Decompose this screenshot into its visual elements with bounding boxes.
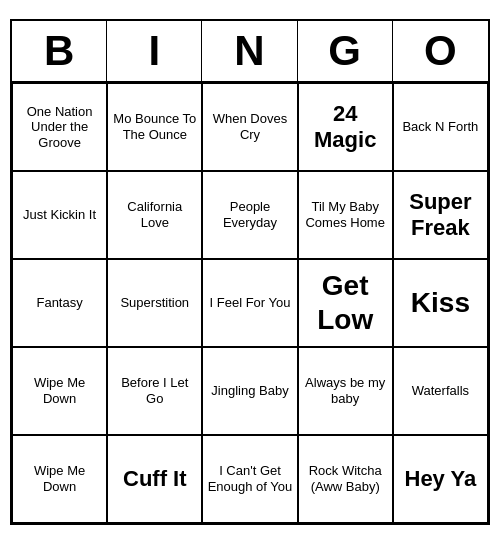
bingo-card: BINGO One Nation Under the GrooveMo Boun… [10,19,490,525]
bingo-cell-19[interactable]: Waterfalls [393,347,488,435]
bingo-cell-12[interactable]: I Feel For You [202,259,297,347]
bingo-grid: One Nation Under the GrooveMo Bounce To … [12,83,488,523]
bingo-cell-22[interactable]: I Can't Get Enough of You [202,435,297,523]
bingo-cell-17[interactable]: Jingling Baby [202,347,297,435]
bingo-cell-14[interactable]: Kiss [393,259,488,347]
bingo-cell-20[interactable]: Wipe Me Down [12,435,107,523]
bingo-cell-5[interactable]: Just Kickin It [12,171,107,259]
bingo-cell-18[interactable]: Always be my baby [298,347,393,435]
bingo-cell-1[interactable]: Mo Bounce To The Ounce [107,83,202,171]
bingo-cell-3[interactable]: 24 Magic [298,83,393,171]
bingo-cell-8[interactable]: Til My Baby Comes Home [298,171,393,259]
bingo-cell-11[interactable]: Superstition [107,259,202,347]
bingo-cell-10[interactable]: Fantasy [12,259,107,347]
header-letter-o: O [393,21,488,81]
bingo-cell-0[interactable]: One Nation Under the Groove [12,83,107,171]
bingo-cell-9[interactable]: Super Freak [393,171,488,259]
header-letter-b: B [12,21,107,81]
bingo-cell-2[interactable]: When Doves Cry [202,83,297,171]
bingo-cell-23[interactable]: Rock Witcha (Aww Baby) [298,435,393,523]
bingo-cell-21[interactable]: Cuff It [107,435,202,523]
header-letter-n: N [202,21,297,81]
bingo-cell-7[interactable]: People Everyday [202,171,297,259]
bingo-cell-13[interactable]: Get Low [298,259,393,347]
bingo-cell-15[interactable]: Wipe Me Down [12,347,107,435]
header-letter-i: I [107,21,202,81]
bingo-cell-6[interactable]: California Love [107,171,202,259]
header-letter-g: G [298,21,393,81]
bingo-cell-4[interactable]: Back N Forth [393,83,488,171]
bingo-cell-16[interactable]: Before I Let Go [107,347,202,435]
bingo-header: BINGO [12,21,488,83]
bingo-cell-24[interactable]: Hey Ya [393,435,488,523]
